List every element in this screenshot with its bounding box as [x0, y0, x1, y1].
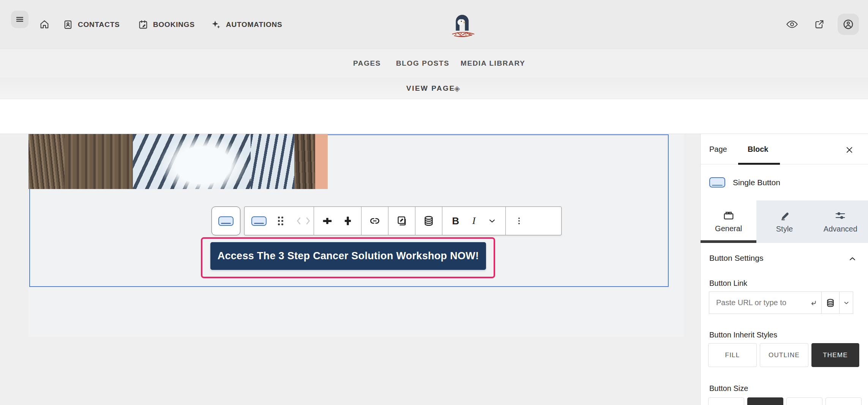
button-link-input[interactable]	[709, 292, 809, 314]
cta-button-label: Access The 3 Step Cancer Solution Worksh…	[218, 250, 479, 262]
tab-style[interactable]: Style	[756, 200, 812, 243]
duplicate-edit-button[interactable]	[395, 207, 408, 235]
button-size-label: Button Size	[709, 384, 748, 393]
justify-horizontal-button[interactable]	[321, 207, 334, 235]
link-icon	[369, 215, 381, 227]
tab-page[interactable]: Page	[709, 134, 727, 164]
inherit-theme-option[interactable]: THEME	[811, 343, 859, 367]
inherit-fill-option[interactable]: FILL	[708, 343, 757, 367]
more-formats-button[interactable]	[486, 207, 499, 235]
nav-bookings-label: BOOKINGS	[153, 20, 195, 29]
tab-block[interactable]: Block	[748, 134, 768, 164]
drag-handle-icon	[276, 215, 285, 227]
button-block-icon	[218, 216, 234, 226]
top-nav-bar: CONTACTS BOOKINGS AUTOMATIONS	[0, 0, 868, 49]
image-wicker-left	[28, 134, 65, 189]
duplicate-edit-icon	[396, 215, 408, 227]
general-brick-icon	[723, 211, 734, 221]
tab-general-label: General	[715, 224, 742, 233]
block-type-button[interactable]	[251, 207, 267, 235]
account-button[interactable]	[838, 14, 859, 35]
image-wicker-weave	[65, 134, 133, 189]
close-icon	[845, 146, 854, 154]
collapse-section-button[interactable]	[848, 254, 857, 263]
dynamic-data-button[interactable]	[422, 207, 435, 235]
subnav-media-library[interactable]: MEDIA LIBRARY	[461, 49, 525, 77]
inherit-styles-options: FILL OUTLINE THEME	[708, 343, 859, 367]
brand-logo[interactable]	[451, 7, 475, 41]
chevron-down-icon	[843, 299, 850, 306]
tab-style-label: Style	[776, 225, 793, 233]
button-link-control	[709, 292, 853, 314]
nav-contacts[interactable]: CONTACTS	[63, 0, 120, 49]
bold-button[interactable]: B	[449, 207, 462, 235]
size-option-1[interactable]	[708, 397, 744, 405]
parent-block-selector[interactable]	[211, 206, 240, 235]
contacts-icon	[63, 19, 73, 30]
move-block-arrows[interactable]	[295, 207, 312, 235]
inspector-tabs: General Style Advanced	[701, 200, 868, 243]
image-striped-fabric	[251, 134, 294, 189]
page-canvas[interactable]: B I Access The 3 Step Cancer Solution Wo…	[28, 134, 684, 337]
chevron-up-icon	[848, 254, 857, 263]
bookings-icon	[138, 19, 148, 30]
justify-vertical-icon	[342, 215, 354, 227]
nav-automations[interactable]: AUTOMATIONS	[211, 0, 282, 49]
diamond-icon[interactable]: ◈	[454, 77, 460, 99]
hero-image-block[interactable]	[28, 134, 328, 189]
nav-bookings[interactable]: BOOKINGS	[138, 0, 195, 49]
menu-icon	[15, 15, 24, 24]
tab-general[interactable]: General	[701, 200, 756, 243]
drag-handle[interactable]	[274, 207, 287, 235]
preview-eye-button[interactable]	[786, 19, 798, 30]
selected-block-summary: Single Button	[701, 164, 868, 200]
block-options-button[interactable]	[513, 207, 526, 235]
cta-button[interactable]: Access The 3 Step Cancer Solution Worksh…	[210, 242, 486, 270]
nav-automations-label: AUTOMATIONS	[226, 20, 282, 29]
move-left-right-icon	[295, 216, 312, 226]
subnav-blog-posts[interactable]: BLOG POSTS	[396, 49, 450, 77]
dynamic-link-button[interactable]	[821, 292, 839, 314]
button-size-options	[708, 397, 862, 405]
justify-horizontal-icon	[322, 215, 333, 227]
justify-vertical-button[interactable]	[341, 207, 354, 235]
options-kebab-icon	[517, 215, 521, 227]
chevron-down-icon	[488, 216, 497, 225]
account-icon	[843, 19, 854, 30]
open-in-new-icon	[814, 19, 825, 30]
tab-advanced[interactable]: Advanced	[813, 200, 868, 243]
sidebar-header: Page Block	[701, 134, 868, 164]
app-window: CONTACTS BOOKINGS AUTOMATIONS	[0, 0, 868, 405]
size-option-4[interactable]	[825, 397, 862, 405]
eye-icon	[786, 19, 798, 30]
block-type-name: Single Button	[733, 178, 780, 187]
dynamic-data-icon	[825, 298, 835, 308]
button-block-icon	[709, 177, 725, 188]
home-button[interactable]	[39, 19, 50, 30]
image-wicker-right	[294, 134, 315, 189]
italic-button[interactable]: I	[467, 207, 480, 235]
inherit-outline-option[interactable]: OUTLINE	[760, 343, 808, 367]
enter-return-icon	[809, 292, 821, 314]
automations-icon	[211, 19, 221, 30]
view-page-link[interactable]: VIEW PAGE	[406, 77, 455, 99]
style-brush-icon	[779, 210, 790, 221]
size-option-2[interactable]	[747, 397, 783, 405]
nav-contacts-label: CONTACTS	[78, 20, 120, 29]
link-button[interactable]	[368, 207, 381, 235]
image-hand	[315, 134, 328, 189]
size-option-3[interactable]	[786, 397, 822, 405]
menu-button[interactable]	[11, 11, 28, 28]
button-block-icon	[251, 216, 267, 226]
image-white-pillow	[159, 136, 247, 189]
view-page-bar: VIEW PAGE ◈	[0, 77, 868, 99]
tab-advanced-label: Advanced	[824, 225, 857, 233]
site-subnav: PAGES BLOG POSTS MEDIA LIBRARY	[0, 49, 868, 77]
home-icon	[39, 19, 50, 30]
link-options-dropdown[interactable]	[839, 292, 853, 314]
block-toolbar: B I	[244, 206, 562, 235]
close-sidebar-button[interactable]	[844, 145, 855, 155]
subnav-pages[interactable]: PAGES	[353, 49, 381, 77]
inherit-styles-label: Button Inherit Styles	[709, 331, 777, 339]
open-site-button[interactable]	[814, 19, 825, 30]
